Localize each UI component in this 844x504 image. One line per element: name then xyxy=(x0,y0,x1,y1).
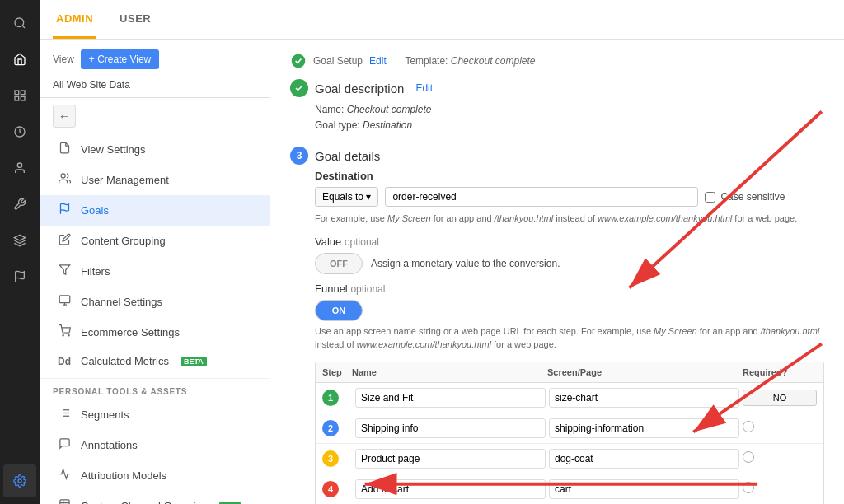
funnel-table: Step Name Screen/Page Required? 1 NO xyxy=(315,362,824,504)
step-3-screen-input[interactable] xyxy=(549,449,739,469)
funnel-hint: Use an app screen name string or a web p… xyxy=(290,324,824,352)
svg-marker-12 xyxy=(59,265,70,274)
back-button[interactable]: ← xyxy=(53,105,76,128)
home-icon-btn[interactable] xyxy=(3,43,36,76)
type-label: Goal type: xyxy=(315,119,363,131)
step-3-name-input[interactable] xyxy=(355,449,546,469)
channel-settings-label: Channel Settings xyxy=(81,296,162,308)
sidebar-item-goals[interactable]: Goals xyxy=(40,195,270,226)
step-4-name-input[interactable] xyxy=(355,479,546,499)
sidebar-item-custom-channel-grouping[interactable]: Custom Channel Grouping BET xyxy=(40,491,270,504)
gear-icon-btn[interactable] xyxy=(3,464,36,497)
sidebar-item-segments[interactable]: Segments xyxy=(40,399,270,430)
flag-icon-btn[interactable] xyxy=(3,260,36,293)
sidebar-item-user-management[interactable]: User Management xyxy=(40,165,270,195)
destination-label: Destination xyxy=(290,170,824,182)
tab-admin[interactable]: ADMIN xyxy=(53,1,96,39)
goal-details-title: Goal details xyxy=(315,149,380,163)
svg-rect-2 xyxy=(21,91,25,95)
segments-icon xyxy=(56,407,73,422)
goal-setup-label: Goal Setup xyxy=(313,55,363,67)
svg-point-6 xyxy=(17,163,21,167)
attribution-label: Attribution Models xyxy=(81,469,166,482)
table-row: 3 xyxy=(316,444,823,474)
goals-label: Goals xyxy=(81,204,109,217)
top-nav: ADMIN USER xyxy=(40,0,844,40)
wrench-icon-btn[interactable] xyxy=(3,188,36,221)
view-settings-label: View Settings xyxy=(81,143,146,156)
funnel-toggle-button[interactable]: ON xyxy=(315,300,363,321)
tab-user[interactable]: USER xyxy=(116,1,154,39)
col-required: Required? xyxy=(743,367,817,377)
layers-icon-btn[interactable] xyxy=(3,224,36,257)
col-name: Name xyxy=(352,367,547,377)
annotations-label: Annotations xyxy=(81,439,138,451)
col-screen: Screen/Page xyxy=(547,367,743,377)
sidebar-item-annotations[interactable]: Annotations xyxy=(40,430,270,460)
step-2-name-input[interactable] xyxy=(355,418,546,438)
custom-channel-icon xyxy=(56,498,73,504)
all-web-data-label: All Web Site Data xyxy=(40,76,270,98)
sidebar-item-filters[interactable]: Filters xyxy=(40,256,270,287)
grid-icon-btn[interactable] xyxy=(3,79,36,112)
main-content: ADMIN USER View + Create View All Web Si… xyxy=(40,0,844,504)
person-icon-btn[interactable] xyxy=(3,152,36,184)
case-sensitive-row: Case sensitive xyxy=(705,191,785,203)
value-label: Value xyxy=(315,236,341,248)
goal-name-row: Name: Checkout complete xyxy=(315,102,824,118)
value-toggle-row: OFF Assign a monetary value to the conve… xyxy=(290,253,824,274)
funnel-optional: optional xyxy=(350,283,385,295)
sidebar-item-content-grouping[interactable]: Content Grouping xyxy=(40,226,270,256)
goal-details-header: 3 Goal details xyxy=(290,147,824,165)
destination-row: Equals to ▾ Case sensitive xyxy=(290,187,824,207)
step-2-screen-input[interactable] xyxy=(549,418,739,438)
radio-circle xyxy=(743,451,754,463)
step-4-screen-input[interactable] xyxy=(549,479,739,499)
step-2-num: 2 xyxy=(322,420,339,436)
personal-tools-section-label: PERSONAL TOOLS & ASSETS xyxy=(40,378,270,399)
svg-point-10 xyxy=(61,174,65,178)
sidebar-item-calculated-metrics[interactable]: Dd Calculated Metrics BETA xyxy=(40,348,270,375)
step-3-required-radio[interactable] xyxy=(743,451,817,465)
step-1-name-input[interactable] xyxy=(355,388,546,408)
step-4-required-radio[interactable] xyxy=(743,482,817,496)
funnel-header: Funnel optional xyxy=(290,282,824,295)
svg-point-16 xyxy=(63,335,63,336)
step-4-num: 4 xyxy=(322,481,339,497)
table-row: 1 NO xyxy=(316,383,823,413)
sidebar-item-view-settings[interactable]: View Settings xyxy=(40,134,270,165)
step-1-required-button[interactable]: NO xyxy=(743,390,817,406)
goal-setup-edit-link[interactable]: Edit xyxy=(369,55,387,67)
goal-name-value: Checkout complete xyxy=(347,104,432,115)
sidebar-item-attribution[interactable]: Attribution Models xyxy=(40,460,270,491)
sidebar-item-channel-settings[interactable]: Channel Settings xyxy=(40,287,270,317)
step-1-screen-input[interactable] xyxy=(549,388,739,408)
equals-to-select[interactable]: Equals to ▾ xyxy=(315,187,378,207)
destination-input[interactable] xyxy=(385,187,698,207)
content-row: View + Create View All Web Site Data ← V… xyxy=(40,40,844,504)
calculated-metrics-label: Calculated Metrics xyxy=(81,355,169,367)
goal-description-section: Goal description Edit Name: Checkout com… xyxy=(290,79,824,133)
clock-icon-btn[interactable] xyxy=(3,115,36,148)
dd-icon: Dd xyxy=(56,356,73,367)
funnel-table-header: Step Name Screen/Page Required? xyxy=(316,362,823,383)
table-row: 2 xyxy=(316,413,823,444)
value-toggle-text: Assign a monetary value to the conversio… xyxy=(371,258,560,269)
case-sensitive-checkbox[interactable] xyxy=(705,192,715,203)
attribution-icon xyxy=(56,468,73,483)
sidebar-item-ecommerce[interactable]: Ecommerce Settings xyxy=(40,317,270,348)
table-row: 4 xyxy=(316,474,823,504)
value-toggle-button[interactable]: OFF xyxy=(315,253,363,274)
goal-description-circle xyxy=(290,79,308,97)
main-panel: Goal Setup Edit Template: Checkout compl… xyxy=(270,40,844,504)
create-view-button[interactable]: + Create View xyxy=(81,49,160,69)
goal-details-section: 3 Goal details Destination Equals to ▾ C… xyxy=(290,147,824,504)
name-label: Name: xyxy=(315,104,347,115)
goal-description-edit-link[interactable]: Edit xyxy=(415,82,433,94)
svg-point-17 xyxy=(68,335,68,336)
search-icon-btn[interactable] xyxy=(3,7,36,40)
svg-rect-1 xyxy=(15,91,19,95)
radio-circle xyxy=(743,482,754,493)
svg-marker-7 xyxy=(14,235,25,240)
step-2-required-radio[interactable] xyxy=(743,421,817,435)
